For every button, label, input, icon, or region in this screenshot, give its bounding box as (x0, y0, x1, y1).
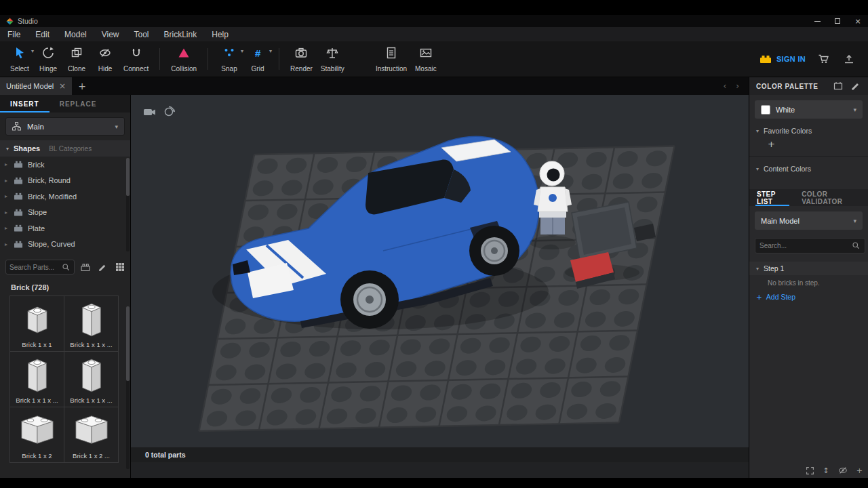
sign-in-button[interactable]: SIGN IN (760, 54, 806, 64)
parts-search-input[interactable] (9, 264, 60, 271)
step-empty-message: No bricks in step. (749, 275, 868, 287)
new-tab-button[interactable]: + (72, 77, 92, 95)
right-panel: White ▾ ▾ Favorite Colors + ▾ Content Co… (749, 95, 868, 478)
slope-category-icon (14, 208, 24, 217)
palette-tree-icon (12, 122, 21, 131)
category-scrollbar[interactable] (126, 158, 130, 251)
category-slope-curved[interactable]: ▸ Slope, Curved (0, 237, 130, 253)
content-colors-header[interactable]: ▾ Content Colors (749, 157, 868, 173)
color-select[interactable]: White ▾ (755, 100, 863, 119)
part-label: Brick 1 x 1 (22, 341, 52, 348)
category-brick-round[interactable]: ▸ Brick, Round (0, 173, 130, 189)
category-brick-modified[interactable]: ▸ Brick, Modified (0, 188, 130, 205)
window-title: Studio (18, 17, 38, 25)
tab-replace[interactable]: REPLACE (50, 95, 107, 113)
model-tab[interactable]: Untitled Model × (0, 77, 72, 95)
brick-1x1-thumbnail (22, 299, 52, 341)
edit-palette-icon[interactable] (850, 81, 861, 92)
right-panel-tabs: STEP LIST COLOR VALIDATOR (749, 189, 868, 206)
brick-filter-button[interactable] (79, 260, 92, 274)
part-cell[interactable]: Brick 1 x 1 x ... (64, 352, 119, 407)
favorite-colors-header[interactable]: ▾ Favorite Colors (749, 119, 868, 135)
viewport[interactable]: 0 total parts (131, 95, 749, 478)
hinge-tool[interactable]: Hinge (34, 41, 62, 77)
tab-step-list[interactable]: STEP LIST (755, 189, 789, 206)
edit-parts-button[interactable] (96, 260, 108, 274)
step-search-box[interactable] (755, 238, 865, 253)
menu-help[interactable]: Help (204, 30, 236, 39)
view-mode-button[interactable] (114, 260, 126, 274)
parts-search-box[interactable] (5, 260, 75, 274)
eye-off-icon[interactable] (838, 466, 848, 475)
chevron-right-icon: ▸ (5, 209, 9, 216)
part-cell[interactable]: Brick 1 x 2 (10, 407, 64, 463)
scrollbar-thumb[interactable] (126, 306, 130, 381)
tab-prev-icon[interactable]: ‹ (723, 81, 726, 91)
collision-icon (177, 46, 191, 60)
minimize-button[interactable] (807, 15, 827, 27)
step-1-row[interactable]: ▾ Step 1 (749, 262, 868, 275)
menu-tool[interactable]: Tool (127, 30, 157, 39)
cart-button[interactable] (815, 52, 831, 66)
camera-view-button[interactable] (142, 105, 156, 119)
tab-next-icon[interactable]: › (736, 81, 739, 91)
step-list-footer-icons: ↕ + (806, 466, 863, 475)
shapes-tab[interactable]: Shapes (14, 144, 40, 152)
instruction-tool[interactable]: Instruction (372, 41, 411, 77)
stability-tool[interactable]: Stability (317, 41, 349, 77)
tab-close-icon[interactable]: × (59, 81, 66, 91)
add-icon[interactable]: + (856, 466, 863, 475)
add-favorite-color-button[interactable]: + (749, 135, 868, 156)
part-label: Brick 1 x 1 x ... (70, 341, 112, 348)
render-icon (294, 46, 308, 60)
color-palette-title: COLOR PALETTE (756, 83, 826, 90)
model-select[interactable]: Main Model ▾ (755, 211, 863, 230)
tab-color-validator[interactable]: COLOR VALIDATOR (800, 189, 862, 206)
expand-icon[interactable] (806, 466, 814, 475)
palette-board-icon[interactable] (833, 81, 844, 92)
parts-section-title: Brick (728) (0, 274, 130, 296)
select-tool[interactable]: ▾ Select (5, 41, 34, 77)
upload-button[interactable] (841, 52, 857, 66)
category-slope[interactable]: ▸ Slope (0, 205, 130, 221)
part-cell[interactable]: Brick 1 x 2 ... (64, 407, 119, 463)
front-wheel (340, 270, 399, 329)
part-cell[interactable]: Brick 1 x 1 (10, 296, 64, 352)
close-button[interactable]: × (848, 15, 868, 27)
hide-tool[interactable]: Hide (91, 41, 119, 77)
parts-grid-scrollbar[interactable] (126, 306, 130, 469)
menu-model[interactable]: Model (57, 30, 94, 39)
bl-categories-tab[interactable]: BL Categories (49, 145, 92, 152)
caret-down-icon: ▾ (6, 146, 9, 152)
connect-tool[interactable]: Connect (119, 41, 153, 77)
scrollbar-thumb[interactable] (126, 158, 130, 196)
clone-tool[interactable]: Clone (62, 41, 91, 77)
mosaic-tool[interactable]: Mosaic (411, 41, 441, 77)
snap-tool[interactable]: ▾ Snap (215, 41, 243, 77)
part-cell[interactable]: Brick 1 x 1 x ... (10, 352, 64, 407)
color-select-value: White (776, 106, 848, 114)
grid-tool[interactable]: # ▾ Grid (243, 41, 272, 77)
part-cell[interactable]: Brick 1 x 1 x ... (64, 296, 119, 352)
brick-category-icon (14, 192, 24, 201)
collision-tool[interactable]: Collision (167, 41, 201, 77)
orbit-view-button[interactable] (162, 105, 176, 119)
connect-icon (130, 46, 143, 60)
render-tool[interactable]: Render (286, 41, 317, 77)
color-swatch-white (761, 105, 770, 115)
add-step-button[interactable]: + Add Step (749, 287, 868, 301)
toolbar: ▾ Select Hinge Clone Hide Connect (0, 41, 868, 77)
maximize-button[interactable] (827, 15, 848, 27)
menu-edit[interactable]: Edit (28, 30, 57, 39)
menu-bricklink[interactable]: BrickLink (157, 30, 205, 39)
step-search-input[interactable] (760, 242, 849, 249)
fit-vertical-icon[interactable]: ↕ (823, 466, 829, 475)
tab-insert[interactable]: INSERT (0, 95, 50, 113)
brick-category-icon (14, 176, 24, 185)
menu-view[interactable]: View (94, 30, 127, 39)
caret-down-icon: ▾ (756, 266, 759, 272)
menu-file[interactable]: File (0, 30, 28, 39)
palette-select[interactable]: Main ▾ (5, 117, 125, 136)
category-brick[interactable]: ▸ Brick (0, 157, 130, 173)
category-plate[interactable]: ▸ Plate (0, 220, 130, 237)
